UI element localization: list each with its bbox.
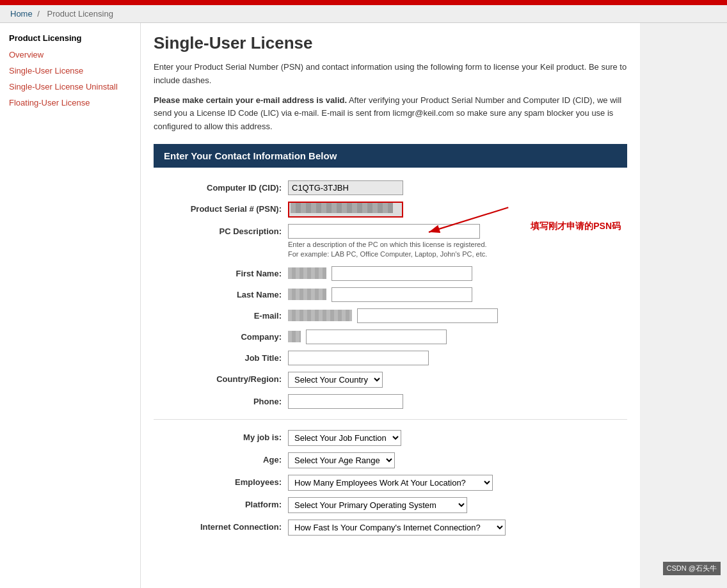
breadcrumb-current: Product Licensing xyxy=(47,9,113,19)
form-row-company: Company: xyxy=(160,330,621,344)
sidebar-link-overview[interactable]: Overview xyxy=(9,50,44,60)
breadcrumb-separator: / xyxy=(37,9,40,19)
form-row-phone: Phone: xyxy=(160,394,621,409)
input-platform[interactable]: Select Your Primary Operating System xyxy=(288,497,621,513)
psn-field[interactable] xyxy=(288,202,403,218)
section-header: Enter Your Contact Information Below xyxy=(154,144,627,168)
email-field[interactable] xyxy=(357,308,498,323)
last-name-field[interactable] xyxy=(332,287,472,302)
label-psn: Product Serial # (PSN): xyxy=(160,202,288,214)
sidebar-link-single-user[interactable]: Single-User License xyxy=(9,66,83,75)
breadcrumb-home[interactable]: Home xyxy=(10,9,33,19)
main-layout: Product Licensing Overview Single-User L… xyxy=(0,23,727,588)
platform-select[interactable]: Select Your Primary Operating System xyxy=(288,497,467,513)
company-blurred xyxy=(288,331,301,342)
pc-desc-hint: Enter a description of the PC on which t… xyxy=(288,240,506,260)
csdn-badge: CSDN @石头牛 xyxy=(663,562,721,575)
sidebar-item-single-user[interactable]: Single-User License xyxy=(0,63,140,79)
input-employees[interactable]: How Many Employees Work At Your Location… xyxy=(288,475,621,491)
label-first-name: First Name: xyxy=(160,266,288,278)
last-name-blurred xyxy=(288,289,326,300)
page-wrapper: Home / Product Licensing Product Licensi… xyxy=(0,0,727,588)
intro-text-1: Enter your Product Serial Number (PSN) a… xyxy=(154,61,627,88)
email-blurred xyxy=(288,310,352,321)
form-row-first-name: First Name: xyxy=(160,266,621,281)
label-pc-desc: PC Description: xyxy=(160,224,288,236)
form-row-age: Age: Select Your Age Range xyxy=(160,452,621,468)
annotation-text: 填写刚才申请的PSN码 xyxy=(531,221,621,232)
form-row-cid: Computer ID (CID): xyxy=(160,180,621,195)
input-first-name[interactable] xyxy=(288,266,621,281)
input-last-name[interactable] xyxy=(288,287,621,302)
company-field[interactable] xyxy=(306,330,447,344)
breadcrumb: Home / Product Licensing xyxy=(0,5,727,23)
section2: My job is: Select Your Job Function Age:… xyxy=(154,430,627,536)
input-internet[interactable]: How Fast Is Your Company's Internet Conn… xyxy=(288,520,621,536)
input-age[interactable]: Select Your Age Range xyxy=(288,452,621,468)
label-phone: Phone: xyxy=(160,394,288,406)
section-divider xyxy=(154,419,627,420)
sidebar: Product Licensing Overview Single-User L… xyxy=(0,23,141,588)
form-row-job-function: My job is: Select Your Job Function xyxy=(160,430,621,446)
label-employees: Employees: xyxy=(160,475,288,487)
form-row-last-name: Last Name: xyxy=(160,287,621,302)
internet-select[interactable]: How Fast Is Your Company's Internet Conn… xyxy=(288,520,506,536)
phone-field[interactable] xyxy=(288,394,403,409)
age-select[interactable]: Select Your Age Range xyxy=(288,452,395,468)
content-area: Single-User License Enter your Product S… xyxy=(141,23,640,588)
input-phone[interactable] xyxy=(288,394,621,409)
sidebar-item-floating[interactable]: Floating-User License xyxy=(0,95,140,111)
sidebar-item-overview[interactable]: Overview xyxy=(0,47,140,63)
label-age: Age: xyxy=(160,452,288,465)
input-job-title[interactable] xyxy=(288,351,621,365)
country-select[interactable]: Select Your Country xyxy=(288,372,383,388)
job-function-select[interactable]: Select Your Job Function xyxy=(288,430,401,446)
sidebar-item-uninstall[interactable]: Single-User License Uninstall xyxy=(0,79,140,95)
input-job-function[interactable]: Select Your Job Function xyxy=(288,430,621,446)
label-last-name: Last Name: xyxy=(160,287,288,299)
psn-field-wrapper: 填写刚才申请的PSN码 xyxy=(288,202,403,218)
top-bar xyxy=(0,0,727,5)
label-job-title: Job Title: xyxy=(160,351,288,363)
input-email[interactable] xyxy=(288,308,621,323)
label-job-function: My job is: xyxy=(160,430,288,442)
input-country[interactable]: Select Your Country xyxy=(288,372,621,388)
sidebar-title: Product Licensing xyxy=(0,29,140,47)
sidebar-link-floating[interactable]: Floating-User License xyxy=(9,98,90,107)
form-row-psn: Product Serial # (PSN): xyxy=(160,202,621,218)
cid-field[interactable] xyxy=(288,180,403,195)
label-email: E-mail: xyxy=(160,308,288,321)
input-cid[interactable] xyxy=(288,180,621,195)
job-title-field[interactable] xyxy=(288,351,429,365)
employees-select[interactable]: How Many Employees Work At Your Location… xyxy=(288,475,493,491)
warning-text: Please make certain your e-mail address … xyxy=(154,94,627,134)
form-row-platform: Platform: Select Your Primary Operating … xyxy=(160,497,621,513)
form-row-country: Country/Region: Select Your Country xyxy=(160,372,621,388)
label-country: Country/Region: xyxy=(160,372,288,384)
input-psn-wrapper[interactable]: 填写刚才申请的PSN码 xyxy=(288,202,621,218)
label-platform: Platform: xyxy=(160,497,288,509)
first-name-field[interactable] xyxy=(332,266,472,281)
first-name-blurred xyxy=(288,267,326,279)
form-row-employees: Employees: How Many Employees Work At Yo… xyxy=(160,475,621,491)
form-section-1: Computer ID (CID): Product Serial # (PSN… xyxy=(154,180,627,409)
sidebar-link-uninstall[interactable]: Single-User License Uninstall xyxy=(9,82,118,91)
form-row-internet: Internet Connection: How Fast Is Your Co… xyxy=(160,520,621,536)
label-cid: Computer ID (CID): xyxy=(160,180,288,193)
input-company[interactable] xyxy=(288,330,621,344)
form-row-email: E-mail: xyxy=(160,308,621,323)
form-row-job-title: Job Title: xyxy=(160,351,621,365)
label-company: Company: xyxy=(160,330,288,342)
pc-desc-field[interactable] xyxy=(288,224,480,239)
page-title: Single-User License xyxy=(154,33,627,53)
label-internet: Internet Connection: xyxy=(160,520,288,532)
